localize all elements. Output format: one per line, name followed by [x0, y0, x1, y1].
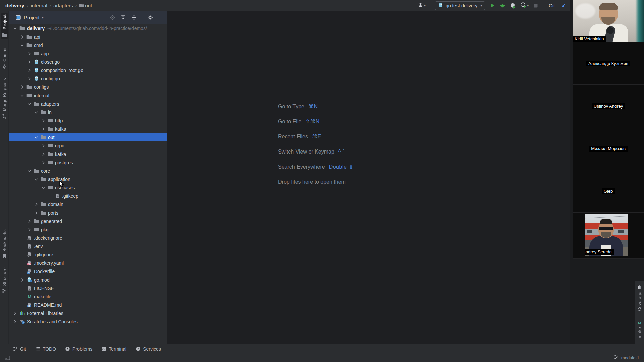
expand-all-button[interactable]	[120, 15, 126, 20]
breadcrumb-item-out[interactable]: out	[79, 2, 92, 8]
tree-row-.env[interactable]: .env	[9, 242, 167, 250]
chevron-down-icon[interactable]	[40, 185, 47, 190]
chevron-right-icon[interactable]	[25, 59, 33, 65]
tree-row-generated[interactable]: generated	[9, 217, 167, 225]
tree-row-.dockerignore[interactable]: .dockerignore	[9, 234, 167, 242]
stripe-item-coverage[interactable]: Coverage	[636, 283, 643, 313]
breadcrumb-item-adapters[interactable]: adapters	[53, 3, 73, 8]
stripe-item-structure[interactable]: Structure	[1, 266, 8, 295]
gear-icon[interactable]	[147, 15, 153, 20]
tree-item-label: domain	[48, 202, 63, 207]
stripe-label: Merge Requests	[2, 78, 7, 111]
chevron-right-icon[interactable]	[11, 319, 19, 324]
toolwindow-button-problems[interactable]: Problems	[65, 346, 92, 352]
tree-row-go.mod[interactable]: go.mod	[9, 276, 167, 284]
tree-row-pkg[interactable]: pkg	[9, 225, 167, 234]
chevron-right-icon[interactable]	[25, 51, 33, 56]
tree-row-kafka[interactable]: kafka	[9, 125, 167, 133]
tree-row-configs[interactable]: configs	[9, 83, 167, 91]
tree-row-config.go[interactable]: config.go	[9, 74, 167, 83]
stripe-item-merge-requests[interactable]: Merge Requests	[1, 76, 8, 120]
chevron-right-icon[interactable]	[18, 34, 26, 40]
chevron-right-icon[interactable]	[33, 210, 40, 216]
chevron-down-icon[interactable]	[33, 177, 40, 182]
chevron-down-icon[interactable]	[18, 93, 26, 98]
user-menu-button[interactable]: ▾	[418, 2, 426, 9]
chevron-down-icon[interactable]	[25, 168, 33, 174]
toolwindow-button-git[interactable]: Git	[13, 346, 26, 352]
tree-row-composition_root.go[interactable]: composition_root.go	[9, 66, 167, 74]
tree-row-README.md[interactable]: MDREADME.md	[9, 301, 167, 309]
chevron-right-icon[interactable]	[25, 68, 33, 73]
tree-item-label: Scratches and Consoles	[27, 319, 78, 324]
chevron-right-icon[interactable]	[33, 202, 40, 207]
chevron-right-icon[interactable]	[40, 126, 47, 132]
tree-row-app[interactable]: app	[9, 49, 167, 58]
tree-row-usecases[interactable]: usecases	[9, 183, 167, 192]
tree-row-adapters[interactable]: adapters	[9, 100, 167, 108]
tree-row-.gitkeep[interactable]: .gitkeep	[9, 192, 167, 200]
tree-row-cmd[interactable]: cmd	[9, 41, 167, 49]
tree-row-Scratches and Consoles[interactable]: Scratches and Consoles	[9, 317, 167, 326]
chevron-right-icon[interactable]	[25, 227, 33, 232]
chevron-right-icon[interactable]	[18, 277, 26, 283]
chevron-right-icon[interactable]	[18, 84, 26, 90]
chevron-down-icon[interactable]	[33, 110, 40, 115]
profiler-button[interactable]: ▾	[520, 2, 529, 9]
toolwindow-button-terminal[interactable]: Terminal	[101, 346, 126, 352]
breadcrumb-item-internal[interactable]: internal	[31, 3, 47, 8]
chevron-right-icon[interactable]	[40, 152, 47, 157]
chevron-right-icon[interactable]	[40, 143, 47, 148]
tree-row-delivery[interactable]: delivery~/Documents/gitlab.com/ddd-in-pr…	[9, 24, 167, 33]
tree-row-out[interactable]: out	[9, 133, 167, 141]
tree-row-http[interactable]: http	[9, 116, 167, 125]
run-button[interactable]	[490, 3, 495, 8]
tree-row-closer.go[interactable]: closer.go	[9, 58, 167, 66]
chevron-down-icon[interactable]	[33, 135, 40, 140]
tree-row-.mockery.yaml[interactable]: YML.mockery.yaml	[9, 259, 167, 267]
tree-row-core[interactable]: core	[9, 167, 167, 175]
tree-row-grpc[interactable]: grpc	[9, 141, 167, 150]
shortcut-action: Go to File	[278, 119, 301, 125]
tree-row-Dockerfile[interactable]: DDockerfile	[9, 267, 167, 276]
tree-row-.gitignore[interactable]: .gitignore	[9, 250, 167, 259]
chevron-right-icon[interactable]	[40, 118, 47, 123]
tree-row-kafka[interactable]: kafka	[9, 150, 167, 158]
collapse-all-button[interactable]	[131, 15, 137, 20]
tree-row-in[interactable]: in	[9, 108, 167, 116]
tree-row-LICENSE[interactable]: LICENSE	[9, 284, 167, 292]
hide-panel-button[interactable]: —	[158, 16, 163, 19]
git-update-button[interactable]	[560, 3, 566, 8]
layout-icon[interactable]	[5, 355, 10, 360]
debug-button[interactable]	[500, 3, 505, 8]
chevron-down-icon[interactable]	[11, 26, 19, 31]
toolwindow-button-services[interactable]: Services	[136, 346, 161, 352]
chevron-right-icon[interactable]	[11, 311, 19, 316]
locate-file-button[interactable]	[110, 15, 115, 20]
tree-row-internal[interactable]: internal	[9, 91, 167, 100]
git-branch-widget[interactable]: module-1	[614, 355, 639, 361]
chevron-down-icon[interactable]	[25, 101, 33, 107]
stripe-item-bookmarks[interactable]: Bookmarks	[1, 228, 8, 261]
chevron-down-icon[interactable]: ▾	[42, 16, 44, 19]
tree-row-makefile[interactable]: Mmakefile	[9, 292, 167, 301]
chevron-right-icon[interactable]	[25, 76, 33, 81]
tree-row-api[interactable]: api	[9, 33, 167, 41]
shortcut-keys: ⌘N	[308, 103, 318, 110]
tree-row-ports[interactable]: ports	[9, 208, 167, 217]
chevron-right-icon[interactable]	[40, 160, 47, 165]
breadcrumb-item-delivery[interactable]: delivery	[5, 3, 24, 8]
stripe-item-commit[interactable]: Commit	[1, 45, 8, 71]
tree-row-application[interactable]: application	[9, 175, 167, 183]
stripe-item-project[interactable]: Project	[1, 13, 8, 39]
toolwindow-button-todo[interactable]: TODO	[35, 346, 56, 352]
chevron-down-icon[interactable]	[18, 43, 26, 48]
run-configuration-select[interactable]: go test delivery ▾	[435, 1, 485, 10]
chevron-right-icon[interactable]	[25, 219, 33, 224]
tree-row-External Libraries[interactable]: External Libraries	[9, 309, 167, 317]
run-with-coverage-button[interactable]	[510, 3, 516, 9]
tree-row-postgres[interactable]: postgres	[9, 158, 167, 167]
stripe-item-make[interactable]: Mmake	[636, 319, 643, 340]
tree-row-domain[interactable]: domain	[9, 200, 167, 208]
stop-button[interactable]	[533, 3, 538, 8]
